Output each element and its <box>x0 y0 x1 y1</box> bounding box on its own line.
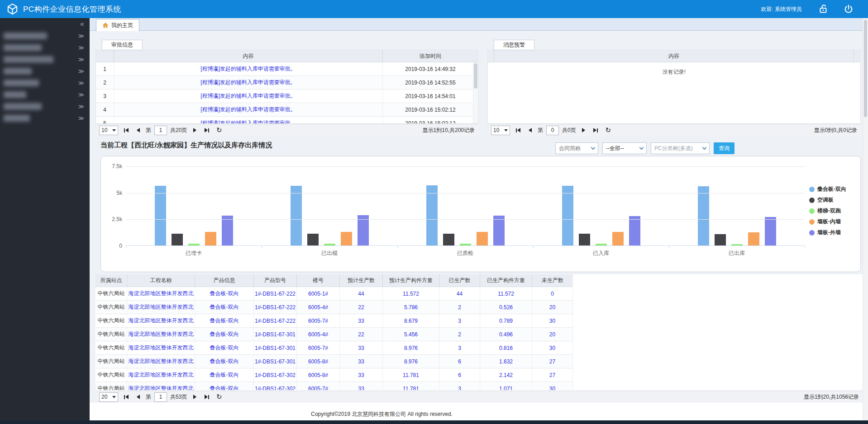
prod-cell-link[interactable]: 2 <box>458 331 461 338</box>
next-page-button[interactable] <box>190 392 199 401</box>
sidebar-item-redacted[interactable]: ≫ <box>0 30 90 42</box>
prod-cell-link[interactable]: 44 <box>457 291 463 297</box>
legend-item[interactable]: 空调板 <box>809 196 846 204</box>
prod-cell-link[interactable]: 叠合板-双向 <box>210 385 239 390</box>
approval-link[interactable]: [程博瀛]发起的辅料入库申请需要审批。 <box>200 119 296 124</box>
prod-cell-link[interactable]: 20 <box>549 304 555 311</box>
prod-cell-link[interactable]: 6005-8# <box>308 372 328 378</box>
legend-item[interactable]: 墙板-外墙 <box>809 229 846 236</box>
first-page-button[interactable] <box>513 126 522 135</box>
expand-chevron-icon[interactable]: ≫ <box>78 104 84 109</box>
power-icon[interactable] <box>843 3 854 15</box>
page-scrollbar-thumb[interactable] <box>864 20 867 117</box>
prod-cell-link[interactable]: 6005-4# <box>308 331 328 338</box>
expand-chevron-icon[interactable]: ≫ <box>78 45 84 51</box>
sidebar-item-redacted[interactable]: ≫ <box>0 100 90 112</box>
prod-cell-link[interactable]: 海淀北部地区整体开发西北 <box>129 344 194 352</box>
prod-cell-link[interactable]: 5.786 <box>404 304 418 311</box>
prod-cell-link[interactable]: 0.789 <box>499 318 513 324</box>
prod-cell-link[interactable]: 8.976 <box>404 345 418 351</box>
legend-item[interactable]: 叠合板-双向 <box>809 185 846 193</box>
sidebar-collapse-icon[interactable]: « <box>80 20 84 28</box>
prod-cell-link[interactable]: 27 <box>549 372 555 378</box>
prod-cell-link[interactable]: 6005-1# <box>308 291 328 297</box>
prod-cell-link[interactable]: 22 <box>358 331 364 338</box>
prod-cell-link[interactable]: 1.632 <box>499 358 513 365</box>
prod-cell-link[interactable]: 1#-DBS1-67-222 <box>255 291 296 297</box>
prod-cell-link[interactable]: 6 <box>458 372 461 378</box>
expand-chevron-icon[interactable]: ≫ <box>78 57 84 62</box>
expand-chevron-icon[interactable]: ≫ <box>78 68 84 74</box>
prev-page-button[interactable] <box>134 126 143 135</box>
refresh-icon[interactable]: ↻ <box>215 126 224 135</box>
tab-my-homepage[interactable]: 我的主页 <box>96 19 139 31</box>
page-number-input[interactable]: 1 <box>154 126 167 135</box>
prod-cell-link[interactable]: 22 <box>358 304 364 311</box>
prod-cell-link[interactable]: 1.071 <box>499 386 513 391</box>
prod-cell-link[interactable]: 30 <box>549 318 555 324</box>
page-number-input[interactable]: 1 <box>154 392 167 402</box>
page-size-select[interactable]: 10 <box>491 126 510 135</box>
prod-cell-link[interactable]: 1#-DBS1-67-302 <box>255 372 296 378</box>
unlock-icon[interactable] <box>817 3 829 15</box>
prod-cell-link[interactable]: 海淀北部地区整体开发西北 <box>129 290 194 297</box>
prod-cell-link[interactable]: 海淀北部地区整体开发西北 <box>129 358 194 365</box>
page-size-select[interactable]: 10 <box>99 126 118 135</box>
prod-cell-link[interactable]: 0.496 <box>499 331 513 338</box>
sidebar-item-redacted[interactable]: ≫ <box>0 65 90 77</box>
prod-cell-link[interactable]: 33 <box>358 386 364 391</box>
prod-cell-link[interactable]: 3 <box>458 345 461 351</box>
prod-cell-link[interactable]: 海淀北部地区整体开发西北 <box>129 371 194 379</box>
prod-cell-link[interactable]: 叠合板-双向 <box>210 371 239 379</box>
prod-cell-link[interactable]: 6005-8# <box>308 358 328 365</box>
refresh-icon[interactable]: ↻ <box>215 392 224 401</box>
prod-cell-link[interactable]: 33 <box>358 372 364 378</box>
expand-chevron-icon[interactable]: ≫ <box>78 33 84 39</box>
last-page-button[interactable] <box>591 126 601 135</box>
pc-tree-select[interactable]: PC分类树(多选) <box>651 142 710 154</box>
expand-chevron-icon[interactable]: ≫ <box>78 115 84 121</box>
page-size-select[interactable]: 20 <box>99 392 118 402</box>
prod-cell-link[interactable]: 33 <box>358 345 364 351</box>
sidebar-item-redacted[interactable]: ≫ <box>0 53 90 65</box>
prod-cell-link[interactable]: 11.572 <box>403 291 419 297</box>
prod-cell-link[interactable]: 11.572 <box>498 291 514 297</box>
prod-cell-link[interactable]: 0 <box>551 291 554 297</box>
approval-link[interactable]: [程博瀛]发起的辅料入库申请需要审批。 <box>200 92 296 100</box>
prod-cell-link[interactable]: 1#-DBS1-67-301 <box>255 331 296 338</box>
sidebar-item-redacted[interactable]: ≫ <box>0 42 90 53</box>
prod-cell-link[interactable]: 0.526 <box>499 304 513 311</box>
contract-select[interactable]: 合同简称 <box>555 142 598 154</box>
approval-scrollbar[interactable] <box>473 62 478 123</box>
prod-cell-link[interactable]: 1#-DBS1-67-222 <box>255 318 296 324</box>
prod-cell-link[interactable]: 1#-DBS1-67-302 <box>255 386 296 391</box>
alert-tab[interactable]: 消息预警 <box>494 40 534 50</box>
prod-cell-link[interactable]: 8.976 <box>404 358 418 365</box>
prod-cell-link[interactable]: 叠合板-双向 <box>210 330 239 338</box>
prod-cell-link[interactable]: 6005-7# <box>308 318 328 324</box>
prod-cell-link[interactable]: 海淀北部地区整体开发西北 <box>129 317 194 325</box>
prod-cell-link[interactable]: 33 <box>358 358 364 365</box>
prod-cell-link[interactable]: 2 <box>458 304 461 311</box>
legend-item[interactable]: 墙板-内墙 <box>809 218 846 226</box>
prod-cell-link[interactable]: 30 <box>549 345 555 351</box>
approval-link[interactable]: [程博瀛]发起的辅料入库申请需要审批。 <box>200 79 296 86</box>
prod-cell-link[interactable]: 8.679 <box>404 318 418 324</box>
next-page-button[interactable] <box>190 126 199 135</box>
prod-cell-link[interactable]: 11.781 <box>403 386 419 391</box>
prod-cell-link[interactable]: 叠合板-双向 <box>210 358 239 365</box>
prod-cell-link[interactable]: 海淀北部地区整体开发西北 <box>129 330 194 338</box>
prod-cell-link[interactable]: 叠合板-双向 <box>210 344 239 352</box>
prod-cell-link[interactable]: 1#-DBS1-67-222 <box>255 304 296 311</box>
prod-cell-link[interactable]: 11.781 <box>403 372 419 378</box>
prod-cell-link[interactable]: 海淀北部地区整体开发西北 <box>129 303 194 311</box>
last-page-button[interactable] <box>202 126 211 135</box>
prod-cell-link[interactable]: 0.816 <box>499 345 513 351</box>
approval-link[interactable]: [程博瀛]发起的辅料入库申请需要审批。 <box>200 65 296 73</box>
first-page-button[interactable] <box>121 392 130 401</box>
prod-cell-link[interactable]: 6 <box>458 358 461 365</box>
page-number-input[interactable]: 0 <box>546 126 559 135</box>
prod-cell-link[interactable]: 6005-4# <box>308 304 328 311</box>
prod-cell-link[interactable]: 海淀北部地区整体开发西北 <box>129 385 194 390</box>
prod-cell-link[interactable]: 叠合板-双向 <box>210 303 239 311</box>
